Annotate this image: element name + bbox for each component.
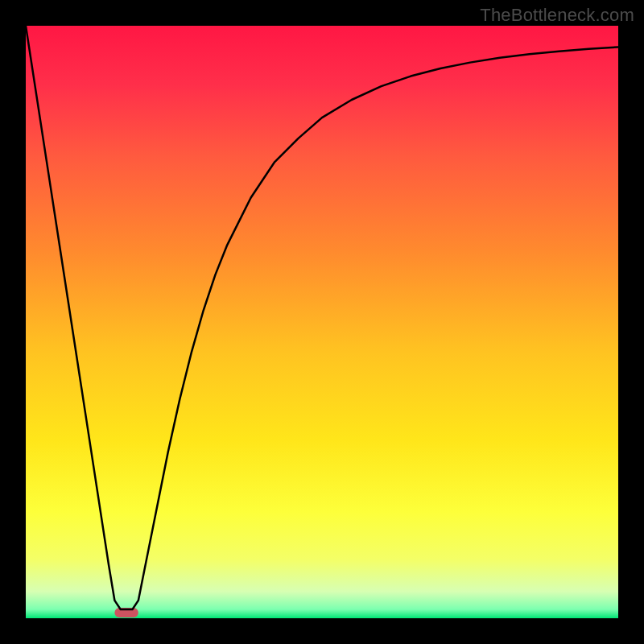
gradient-background [26,26,618,618]
chart-svg [26,26,618,618]
chart-frame: TheBottleneck.com [0,0,644,644]
plot-area [26,26,618,618]
watermark-text: TheBottleneck.com [480,5,634,26]
